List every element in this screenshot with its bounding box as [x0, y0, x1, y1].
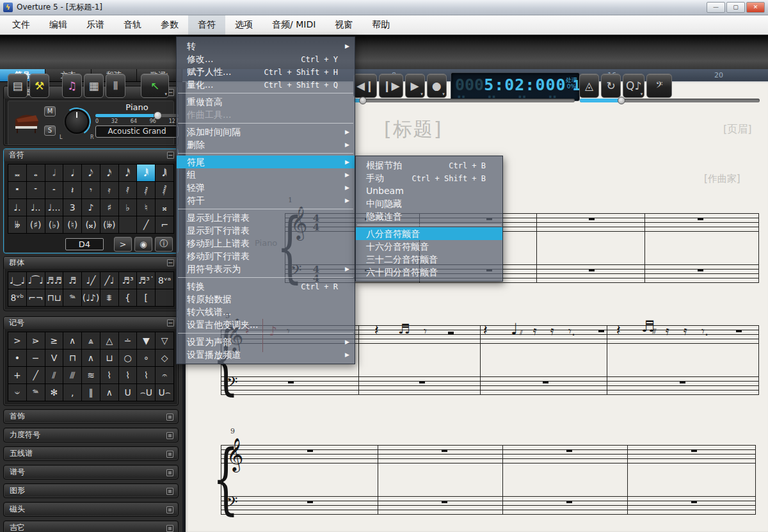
group-grid-cell-r1c9[interactable]: 8ᵛᵃ [156, 272, 173, 289]
note-menu-item-12[interactable]: 组▶ [177, 168, 355, 181]
note-menu-item-3[interactable]: 量化...Ctrl + Shift + Q [177, 78, 355, 91]
patch-select[interactable]: Acoustic Grand [95, 125, 179, 138]
group-grid-cell-r2c7[interactable]: { [119, 289, 137, 306]
marks-grid-cell-r4c6[interactable]: ∧ [100, 384, 118, 401]
note-menu-item-9[interactable]: 删除▶ [177, 138, 355, 151]
marks-grid-cell-r3c2[interactable]: ╱ [27, 367, 45, 383]
note-info-button[interactable]: ⓘ [155, 237, 173, 252]
expand-button[interactable] [166, 432, 173, 439]
step-back-button[interactable]: ◀❙ [353, 74, 377, 98]
collapsed-section-3[interactable]: 谱号 [3, 465, 179, 480]
note-menu-item-11[interactable]: 符尾▶ [177, 156, 355, 168]
pan-knob[interactable] [65, 109, 89, 134]
maximize-button[interactable]: ▢ [726, 2, 745, 13]
note-menu-item-16[interactable]: 显示到上行谱表 [177, 211, 355, 224]
beam-submenu-item-3[interactable]: 中间隐藏 [356, 197, 502, 210]
note-menu-item-24[interactable]: 转六线谱... [177, 305, 355, 318]
group-grid-cell-r2c4[interactable]: 𝆮 [63, 289, 81, 306]
beam-submenu-item-6[interactable]: 八分音符颤音 [356, 227, 502, 240]
collapsed-section-0[interactable]: 首饰 [3, 409, 179, 424]
note-grid-cell-r1c2[interactable]: 𝅝 [27, 165, 45, 181]
tools-button[interactable]: ⚒ [29, 74, 49, 98]
note-menu-item-8[interactable]: 添加时间间隔▶ [177, 125, 355, 138]
note-menu-item-6[interactable]: 作曲工具... [177, 108, 355, 121]
marks-section-header[interactable]: 记号 − [4, 317, 178, 329]
note-grid-cell-r2c2[interactable]: 𝄻 [27, 182, 45, 198]
group-collapse-button[interactable]: − [167, 259, 174, 266]
marks-grid-cell-r3c1[interactable]: + [8, 367, 26, 383]
quantize-button[interactable]: Q♪▾ [623, 74, 644, 98]
note-grid-cell-r3c8[interactable]: ♮ [137, 199, 155, 216]
note-grid-cell-r4c6[interactable]: (𝄫) [100, 216, 118, 233]
tempo-slider[interactable] [580, 99, 760, 102]
expand-button[interactable] [166, 414, 173, 421]
marks-grid-cell-r4c5[interactable]: ∥ [82, 384, 100, 401]
menubar-item-0[interactable]: 文件 [3, 15, 40, 35]
note-grid-cell-r2c5[interactable]: 𝄾 [82, 182, 100, 198]
note-grid-cell-r1c6[interactable]: 𝅘𝅥𝅯 [100, 165, 118, 181]
menubar-item-5[interactable]: 音符 [188, 15, 225, 35]
note-menu-item-19[interactable]: 移动到下行谱表 [177, 250, 355, 262]
marks-grid-cell-r2c8[interactable]: ∘ [137, 350, 155, 366]
group-grid-cell-r2c3[interactable]: ⊓⊔ [45, 289, 63, 306]
beam-submenu-item-2[interactable]: Unbeam [356, 184, 502, 197]
note-grid-cell-r4c9[interactable]: ⌐ [156, 216, 173, 233]
marks-grid-cell-r3c6[interactable]: ⌇ [100, 367, 118, 383]
group-grid-cell-r1c1[interactable]: ♩‿♩ [8, 272, 26, 289]
expand-button[interactable] [166, 506, 173, 513]
group-grid-cell-r2c2[interactable]: ⌐¬ [27, 289, 45, 306]
note-grid-cell-r4c8[interactable]: ╱ [137, 216, 155, 233]
beam-submenu-item-9[interactable]: 六十四分音符颤音 [356, 266, 502, 278]
expand-button[interactable] [166, 451, 173, 458]
marks-grid-cell-r1c9[interactable]: ▽ [156, 332, 173, 349]
marks-grid-cell-r2c3[interactable]: V [45, 350, 63, 366]
note-grid-cell-r2c6[interactable]: 𝄿 [100, 182, 118, 198]
marks-grid-cell-r2c9[interactable]: ◇ [156, 350, 173, 366]
note-grid-cell-r3c1[interactable]: ♩. [8, 199, 26, 216]
note-menu-item-22[interactable]: 转换Ctrl + R [177, 280, 355, 293]
note-grid-cell-r3c7[interactable]: ♭ [119, 199, 137, 216]
marks-grid-cell-r3c4[interactable]: ⫻ [63, 367, 81, 383]
note-grid-cell-r3c9[interactable]: 𝄪 [156, 199, 173, 216]
note-grid-cell-r4c2[interactable]: (♯) [27, 216, 45, 233]
marks-grid-cell-r3c7[interactable]: ⌇ [119, 367, 137, 383]
collapsed-section-5[interactable]: 磁头 [3, 502, 179, 517]
solo-button[interactable]: S [44, 125, 56, 136]
marks-grid-cell-r4c4[interactable]: , [63, 384, 81, 401]
note-menu-item-23[interactable]: 转原始数据 [177, 293, 355, 305]
position-slider-thumb[interactable] [359, 97, 367, 104]
note-menu-item-25[interactable]: 设置吉他变调夹... [177, 318, 355, 331]
menubar-item-7[interactable]: 音频/ MIDI [262, 15, 325, 35]
print-button[interactable]: ▤ [8, 74, 28, 98]
marks-grid-cell-r3c5[interactable]: ≋ [82, 367, 100, 383]
note-menu-item-20[interactable]: 用符号表示为▶ [177, 262, 355, 275]
step-forward-button[interactable]: ❙▶ [379, 74, 403, 98]
marks-grid-cell-r2c5[interactable]: ∧ [82, 350, 100, 366]
note-menu-item-2[interactable]: 赋予人性...Ctrl + Shift + H [177, 65, 355, 78]
group-grid-cell-r2c5[interactable]: (♩♪) [82, 289, 100, 306]
play-button[interactable]: ▶▾ [405, 74, 425, 98]
marks-grid-cell-r1c5[interactable]: ⩓ [82, 332, 100, 349]
marks-grid-cell-r1c7[interactable]: ∸ [119, 332, 137, 349]
group-grid-cell-r2c8[interactable]: [ [137, 289, 155, 306]
note-grid-cell-r2c8[interactable]: 𝅁 [137, 182, 155, 198]
beam-submenu-item-1[interactable]: 手动Ctrl + Shift + B [356, 172, 502, 184]
marks-grid-cell-r2c1[interactable]: • [8, 350, 26, 366]
marks-grid-cell-r2c4[interactable]: ⊓ [63, 350, 81, 366]
expand-button[interactable] [166, 525, 173, 532]
marks-collapse-button[interactable]: − [167, 319, 174, 326]
group-grid-cell-r1c7[interactable]: ♬³ [119, 272, 137, 289]
marks-grid-cell-r2c6[interactable]: ⊔ [100, 350, 118, 366]
group-grid-cell-r1c6[interactable]: ╱♩ [100, 272, 118, 289]
volume-slider[interactable] [95, 114, 179, 117]
note-grid-cell-r2c1[interactable]: 𝄺 [8, 182, 26, 198]
group-grid-cell-r2c1[interactable]: 8ᵛᵇ [8, 289, 26, 306]
note-grid-cell-r1c9[interactable]: 𝅘𝅥𝅲 [156, 165, 173, 181]
beam-submenu-item-0[interactable]: 根据节拍Ctrl + B [356, 159, 502, 172]
note-grid-cell-r4c3[interactable]: (♭) [45, 216, 63, 233]
note-grid-cell-r3c6[interactable]: ♯ [100, 199, 118, 216]
group-grid-cell-r2c9[interactable] [156, 289, 173, 306]
note-grid-cell-r3c5[interactable]: ♪ [82, 199, 100, 216]
menubar-item-1[interactable]: 编辑 [40, 15, 77, 35]
note-grid-cell-r3c2[interactable]: ♩.. [27, 199, 45, 216]
